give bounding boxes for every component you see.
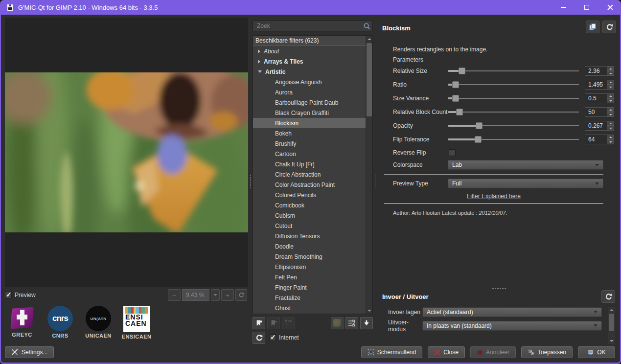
category-arrays-tiles[interactable]: Arrays & Tiles	[253, 56, 366, 67]
spin-up-button[interactable]	[607, 93, 614, 98]
spin-down-button[interactable]	[607, 112, 614, 117]
filter-item[interactable]: Ellipsionism	[253, 262, 366, 272]
copy-settings-button[interactable]	[586, 21, 599, 33]
slider-handle[interactable]	[459, 68, 465, 74]
size-variance-spinbox[interactable]: 0.5	[585, 93, 614, 103]
relative-size-spinbox[interactable]: 2.36	[585, 66, 614, 76]
relative-block-count-spinbox[interactable]: 50	[585, 107, 614, 117]
internet-toggle[interactable]: Internet	[269, 334, 299, 341]
filter-item[interactable]: Doodle	[253, 241, 366, 251]
filter-item[interactable]: Finger Paint	[253, 282, 366, 293]
filter-item[interactable]: Ghost	[253, 303, 366, 313]
filter-item[interactable]: Chalk It Up [Fr]	[253, 159, 366, 169]
cancel-button[interactable]: Annuleer	[470, 346, 516, 358]
scrollbar-thumb[interactable]	[609, 314, 614, 331]
input-layers-dropdown[interactable]: Actief (standaard)	[422, 307, 602, 317]
scroll-up-button[interactable]	[608, 307, 615, 313]
slider-handle[interactable]	[475, 136, 482, 143]
zoom-in-button[interactable]: +	[221, 289, 234, 301]
filter-item[interactable]: Diffusion Tensors	[253, 231, 366, 241]
category-about[interactable]: About	[253, 46, 366, 56]
spin-up-button[interactable]	[607, 121, 614, 126]
io-reset-button[interactable]	[601, 290, 615, 303]
scroll-down-button[interactable]	[608, 338, 615, 344]
spin-down-button[interactable]	[607, 85, 614, 90]
download-filters-button[interactable]	[360, 317, 373, 329]
scroll-down-button[interactable]	[366, 307, 373, 314]
preview-toggle[interactable]: Preview	[5, 292, 36, 298]
scrollbar-track[interactable]	[608, 313, 615, 338]
ratio-slider[interactable]	[448, 81, 579, 88]
spin-up-button[interactable]	[607, 107, 614, 112]
fullscreen-button[interactable]: Schermvullend	[361, 346, 422, 358]
search-input[interactable]	[257, 23, 363, 29]
left-splitter[interactable]	[248, 18, 253, 344]
reverse-flip-checkbox[interactable]	[449, 149, 456, 156]
add-fave-button[interactable]	[253, 317, 265, 329]
filter-item[interactable]: Felt Pen	[253, 272, 366, 282]
io-scrollbar[interactable]	[608, 307, 615, 344]
filter-params-button[interactable]	[345, 317, 358, 329]
ratio-spinbox[interactable]: 1.495	[585, 80, 614, 90]
size-variance-slider[interactable]	[448, 95, 579, 102]
slider-handle[interactable]	[456, 109, 463, 115]
zoom-dropdown-button[interactable]	[211, 289, 220, 301]
spin-up-button[interactable]	[607, 135, 614, 139]
scrollbar-thumb[interactable]	[367, 43, 372, 116]
opacity-spinbox[interactable]: 0.267	[585, 121, 614, 131]
filter-item[interactable]: Circle Abstraction	[253, 169, 366, 180]
opacity-slider[interactable]	[448, 122, 579, 129]
preview-checkbox[interactable]	[5, 292, 12, 298]
right-splitter[interactable]	[373, 18, 377, 344]
close-button[interactable]	[600, 0, 620, 14]
slider-handle[interactable]	[452, 95, 459, 102]
maximize-button[interactable]	[577, 0, 597, 14]
unicaen-logo[interactable]: UN(A≡N UNICAEN	[83, 306, 114, 339]
colorspace-dropdown[interactable]: Lab	[448, 160, 603, 170]
slider-handle[interactable]	[476, 122, 483, 129]
spin-down-button[interactable]	[607, 98, 614, 103]
filter-item[interactable]: Angoisse Anguish	[253, 77, 366, 87]
zoom-value-field[interactable]: 9,43 %	[182, 289, 209, 301]
filter-item[interactable]: Colored Pencils	[253, 190, 366, 200]
filter-item[interactable]: Bokeh	[253, 128, 366, 138]
close-window-button[interactable]: Close	[428, 346, 465, 358]
flip-tolerance-slider[interactable]	[448, 136, 579, 143]
filter-item[interactable]: Dream Smoothing	[253, 251, 366, 262]
spin-down-button[interactable]	[607, 139, 614, 144]
filter-item[interactable]: Fractalize	[253, 293, 366, 303]
filter-item[interactable]: Black Crayon Graffiti	[253, 108, 366, 118]
filter-item[interactable]: Comicbook	[253, 200, 366, 210]
reset-parameters-button[interactable]	[602, 21, 616, 33]
category-artistic[interactable]: Artistic	[253, 67, 366, 77]
greyc-logo[interactable]: GREYC	[7, 306, 37, 338]
filter-item[interactable]: Barbouillage Paint Daub	[253, 97, 366, 108]
rename-fave-button[interactable]: Abcᴵ⎯⎯	[282, 317, 295, 329]
filter-item-selected[interactable]: Blockism	[253, 118, 366, 128]
relative-size-slider[interactable]	[448, 68, 579, 74]
filter-item[interactable]: Cartoon	[253, 149, 366, 159]
zoom-out-button[interactable]: −	[168, 289, 181, 301]
spin-up-button[interactable]	[607, 66, 614, 71]
minimize-button[interactable]	[553, 0, 573, 14]
cnrs-logo[interactable]: cnrs CNRS	[45, 306, 75, 339]
preview-canvas[interactable]	[5, 18, 248, 287]
ensicaen-logo[interactable]: ENSI CAEN ENSICAEN	[121, 306, 152, 340]
filter-list-scrollbar[interactable]	[366, 36, 372, 314]
filter-item[interactable]: Color Abstraction Paint	[253, 180, 366, 190]
scrollbar-track[interactable]	[366, 42, 372, 307]
search-box[interactable]	[253, 21, 373, 31]
spin-down-button[interactable]	[607, 71, 614, 76]
output-mode-dropdown[interactable]: In plaats van (standaard)	[422, 321, 602, 331]
filter-item[interactable]: Aurora	[253, 87, 366, 97]
slider-handle[interactable]	[452, 81, 459, 88]
filter-item[interactable]: Cubism	[253, 210, 366, 221]
flip-tolerance-spinbox[interactable]: 64	[585, 135, 614, 144]
apply-button[interactable]: Toepassen	[521, 346, 573, 358]
zoom-reset-button[interactable]	[235, 289, 247, 301]
ok-button[interactable]: OK	[578, 346, 615, 358]
settings-button[interactable]: Settings...	[5, 346, 54, 358]
spin-down-button[interactable]	[607, 126, 614, 131]
scroll-up-button[interactable]	[366, 36, 373, 42]
internet-checkbox[interactable]	[269, 334, 276, 341]
